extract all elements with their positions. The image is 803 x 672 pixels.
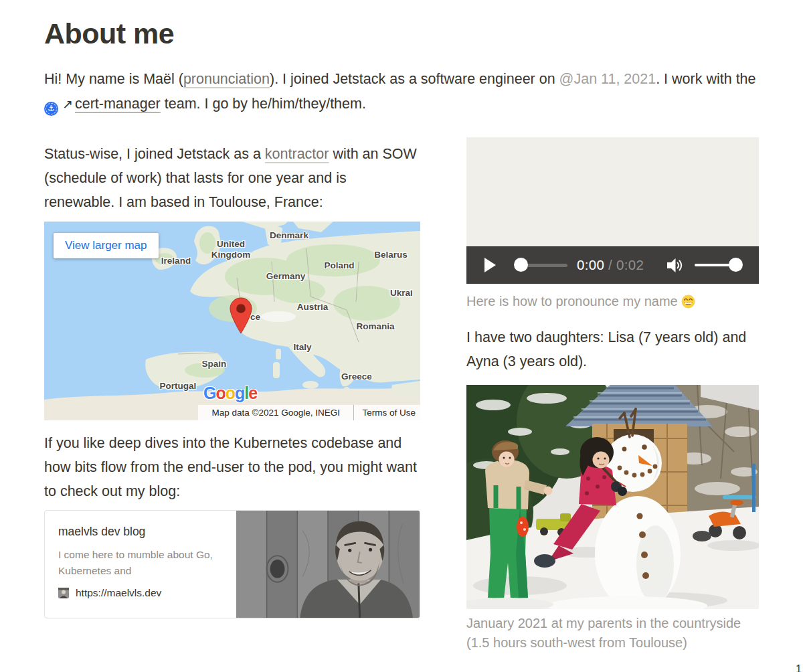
progress-knob[interactable] [514, 258, 528, 272]
map-label-france-clipped: ce [250, 312, 270, 323]
terms-of-use-link[interactable]: Terms of Use [353, 405, 420, 420]
map-label-germany: Germany [250, 271, 321, 282]
view-larger-map-button[interactable]: View larger map [54, 233, 159, 258]
speaker-icon[interactable] [666, 257, 684, 274]
status-paragraph: Status-wise, I joined Jetstack as a kont… [44, 142, 420, 214]
play-button[interactable] [484, 258, 496, 272]
current-time: 0:00 [577, 257, 604, 272]
google-map-embed[interactable]: Denmark United Kingdom Ireland Belarus P… [44, 222, 420, 420]
status-text-1: Status-wise, I joined Jetstack as a [44, 146, 265, 162]
google-letter: G [203, 384, 215, 402]
bookmark-title: maelvls dev blog [58, 525, 227, 539]
blog-intro-paragraph: If you like deep dives into the Kubernet… [44, 431, 420, 503]
map-label-denmark: Denmark [256, 230, 323, 241]
audio-caption-text: Here is how to pronounce my name [466, 294, 678, 309]
duration: 0:02 [616, 257, 644, 272]
google-letter: g [235, 384, 244, 402]
clipped-corner-text: 1 [796, 663, 802, 672]
map-label-italy: Italy [269, 342, 336, 353]
map-label-spain: Spain [181, 359, 248, 369]
intro-text-2: ). I joined Jetstack as a software engin… [270, 71, 559, 87]
map-label-belarus: Belarus [354, 250, 420, 260]
bookmark-description: I come here to mumble about Go, Kubernet… [58, 547, 227, 579]
pronunciation-link[interactable]: pronunciation [183, 71, 270, 87]
intro-text-3: . I work with the [656, 71, 755, 87]
google-logo[interactable]: Google [203, 384, 257, 403]
blog-thumbnail-photo [236, 511, 420, 618]
anchor-icon: ⚓ [48, 104, 55, 112]
cert-manager-logo-icon: ⚓ [44, 102, 58, 116]
audio-empty-area [466, 137, 759, 246]
map-label-greece: Greece [323, 371, 390, 382]
bookmark-info: maelvls dev blog I come here to mumble a… [45, 511, 236, 618]
daughters-paragraph: I have two daughters: Lisa (7 years old)… [466, 325, 759, 373]
bookmark-url: https://maelvls.dev [76, 587, 161, 599]
map-label-poland: Poland [302, 260, 376, 271]
intro-paragraph: Hi! My name is Maël (pronunciation). I j… [44, 67, 762, 116]
bookmark-favicon [58, 588, 69, 598]
cert-manager-link[interactable]: cert-manager [75, 96, 161, 112]
page-title: About me [44, 17, 174, 50]
map-label-united-kingdom: United Kingdom [204, 239, 258, 260]
volume-knob[interactable] [729, 258, 743, 272]
map-marker-pin-icon[interactable] [229, 297, 253, 335]
google-letter: o [215, 384, 225, 402]
audio-caption: Here is how to pronounce my name [466, 292, 759, 311]
right-column: 0:00 / 0:02 Here is how to pronounce my … [466, 137, 759, 653]
date-mention[interactable]: @Jan 11, 2021 [559, 71, 656, 87]
google-letter: o [226, 384, 235, 402]
google-letter: e [248, 384, 257, 402]
family-photo[interactable] [466, 385, 759, 609]
map-attribution-bar: Map data ©2021 Google, INEGI Terms of Us… [198, 405, 420, 420]
external-link-arrow-icon: ↗ [62, 96, 73, 111]
map-data-attribution: Map data ©2021 Google, INEGI [198, 408, 353, 418]
audio-controls-bar: 0:00 / 0:02 [466, 246, 759, 284]
map-label-romania: Romania [341, 321, 410, 332]
map-label-ukraine-clipped: Ukrai [390, 288, 420, 299]
map-label-austria: Austria [279, 302, 346, 313]
left-column: Status-wise, I joined Jetstack as a kont… [44, 138, 420, 618]
time-display: 0:00 / 0:02 [577, 257, 644, 273]
time-separator: / [604, 257, 616, 272]
grinning-emoji-icon [681, 295, 695, 309]
intro-text-1: Hi! My name is Maël ( [44, 71, 183, 87]
bookmark-link-row: https://maelvls.dev [58, 587, 227, 599]
map-label-portugal: Portugal [145, 381, 211, 392]
intro-text-4: team. I go by he/him/they/them. [161, 96, 366, 112]
audio-player-block: 0:00 / 0:02 [466, 137, 759, 284]
kontractor-link[interactable]: kontractor [265, 146, 329, 162]
blog-bookmark-card[interactable]: maelvls dev blog I come here to mumble a… [44, 510, 420, 618]
family-photo-caption: January 2021 at my parents in the countr… [466, 614, 759, 653]
